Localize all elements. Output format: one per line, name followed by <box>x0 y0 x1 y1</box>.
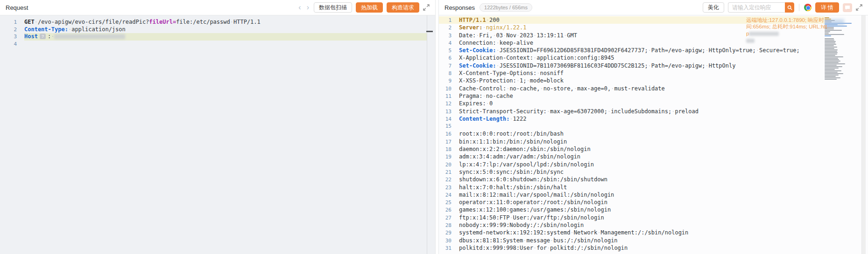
code-line: 21sync:x:5:0:sync:/sbin:/bin/sync <box>439 168 825 176</box>
minimap-line <box>825 47 837 48</box>
history-next-icon[interactable]: › <box>306 4 310 11</box>
line-content: lp:x:4:7:lp:/var/spool/lpd:/sbin/nologin <box>459 161 825 168</box>
token: :· <box>48 33 54 40</box>
line-number: 31 <box>439 245 452 252</box>
request-overview-ruler <box>427 15 435 254</box>
line-number: 23 <box>439 184 452 192</box>
beautify-button[interactable]: 美化 <box>703 2 724 13</box>
line-content: Content-Type:·application/json <box>24 26 427 34</box>
response-editor[interactable]: 远端地址:127.0.0.1:7890; 响应时间:656ms; 总耗时:914… <box>439 15 868 254</box>
code-line: 6X-Application-Context:·application:conf… <box>439 54 825 62</box>
expand-response-icon[interactable] <box>856 4 862 11</box>
code-line: 30dbus:x:81:81:System·message·bus:/:/sbi… <box>439 237 825 244</box>
line-number: 19 <box>439 153 452 161</box>
minimap-line <box>825 73 843 74</box>
token: ·200 <box>486 17 500 23</box>
code-line: 2Content-Type:·application/json <box>0 26 427 34</box>
line-content: games:x:12:100:games:/usr/games:/sbin/no… <box>459 206 825 213</box>
history-prev-icon[interactable]: ‹ <box>297 4 302 11</box>
code-line: 14Content-Length:·1222 <box>439 115 825 123</box>
token: dbus:x:81:81:System·message·bus:/:/sbin/… <box>459 237 618 244</box>
line-number: 18 <box>439 146 452 153</box>
detail-button[interactable]: 详情 <box>815 2 839 13</box>
line-number: 2 <box>439 24 452 32</box>
response-meta-annotation: 远端地址:127.0.0.1:7890; 响应时间:656ms; 总耗时:914… <box>746 17 828 43</box>
code-line: 17bin:x:1:1:bin:/bin:/sbin/nologin <box>439 138 825 145</box>
token: operator:x:11:0:operator:/root:/sbin/nol… <box>459 199 607 206</box>
line-number: 9 <box>439 77 452 85</box>
code-line: 18daemon:x:2:2:daemon:/sbin:/sbin/nologi… <box>439 145 825 153</box>
minimap-line <box>825 61 840 62</box>
line-content: nobody:x:99:99:Nobody:/:/sbin/nologin <box>459 221 825 229</box>
chat-feedback-icon[interactable] <box>843 3 852 12</box>
packet-scan-button[interactable]: 数据包扫描 <box>314 2 352 13</box>
search-input[interactable] <box>728 2 785 13</box>
request-header: Request ‹ › 数据包扫描 热加载 构造请求 <box>0 0 435 15</box>
scrollbar[interactable] <box>861 15 866 254</box>
line-content: root:x:0:0:root:/root:/bin/bash <box>459 130 825 137</box>
line-content: operator:x:11:0:operator:/root:/sbin/nol… <box>459 199 825 206</box>
code-line: 5Set-Cookie:·JSESSIONID=FF69612D6D85F838… <box>439 47 825 54</box>
token: ·application/json <box>68 26 126 33</box>
redacted-url <box>749 32 779 36</box>
token: Cache-Control:·no-cache,·no-store,·max-a… <box>459 85 665 92</box>
code-line: 23halt:x:7:0:halt:/sbin:/sbin/halt <box>439 184 825 191</box>
line-content: adm:x:3:4:adm:/var/adm:/sbin/nologin <box>459 153 825 160</box>
code-line: 12Expires:·0 <box>439 100 825 107</box>
response-search <box>728 2 794 13</box>
minimap-line <box>825 59 839 60</box>
line-number: 17 <box>439 138 452 146</box>
token: nobody:x:99:99:Nobody:/:/sbin/nologin <box>459 222 584 228</box>
line-number: 14 <box>439 116 452 123</box>
request-editor[interactable]: 1GET·/evo-apigw/evo-cirs/file/readPic?fi… <box>0 15 435 254</box>
redacted-text <box>746 39 755 43</box>
token: HTTP/1.1 <box>459 17 486 23</box>
token: mail:x:8:12:mail:/var/spool/mail:/sbin/n… <box>459 192 614 198</box>
token: lp:x:4:7:lp:/var/spool/lpd:/sbin/nologin <box>459 161 594 168</box>
minimap-line <box>825 48 834 49</box>
minimap[interactable] <box>825 17 860 80</box>
token: nginx/1.22.1 <box>486 24 527 31</box>
line-number: 29 <box>439 229 452 237</box>
minimap-line <box>825 70 841 71</box>
line-number: 24 <box>439 192 452 199</box>
redacted-value <box>54 34 125 39</box>
token: root:x:0:0:root:/root:/bin/bash <box>459 130 564 137</box>
host-hint-badge[interactable]: ? <box>40 34 46 39</box>
expand-request-icon[interactable] <box>423 4 430 11</box>
code-line: 3Host?:· <box>0 33 427 41</box>
line-content: sync:x:5:0:sync:/sbin:/bin/sync <box>459 168 825 176</box>
cursor-line-marker <box>426 31 433 32</box>
code-line: 15 <box>439 123 825 130</box>
token: ftp:x:14:50:FTP·User:/var/ftp:/sbin/nolo… <box>459 214 604 221</box>
code-line: 22shutdown:x:6:0:shutdown:/sbin:/sbin/sh… <box>439 176 825 183</box>
code-line: 7Set-Cookie:·JSESSIONID=7B11073069BF8116… <box>439 62 825 69</box>
code-line: 16root:x:0:0:root:/root:/bin/bash <box>439 130 825 137</box>
hot-reload-button[interactable]: 热加载 <box>356 2 383 13</box>
code-line: 24mail:x:8:12:mail:/var/spool/mail:/sbin… <box>439 191 825 199</box>
line-content: X-Application-Context:·application:confi… <box>459 54 825 62</box>
minimap-line <box>825 55 835 56</box>
minimap-line <box>825 79 837 80</box>
line-content: Strict-Transport-Security:·max-age=63072… <box>459 108 825 115</box>
minimap-line <box>825 66 842 67</box>
code-line: 26games:x:12:100:games:/usr/games:/sbin/… <box>439 206 825 213</box>
build-request-button[interactable]: 构造请求 <box>387 2 419 13</box>
search-button[interactable] <box>785 2 794 13</box>
minimap-line <box>825 62 839 63</box>
token: fileUrl= <box>149 19 176 25</box>
response-panel: Responses 1222bytes / 656ms 美化 详情 <box>438 0 868 254</box>
line-content: dbus:x:81:81:System·message·bus:/:/sbin/… <box>459 237 825 244</box>
code-line: 8X-Content-Type-Options:·nosniff <box>439 69 825 77</box>
code-line: 13Strict-Transport-Security:·max-age=630… <box>439 108 825 115</box>
token: Set-Cookie: <box>459 47 496 54</box>
minimap-redaction-blur <box>826 19 844 26</box>
http-fuzzer-view: Request ‹ › 数据包扫描 热加载 构造请求 1GET·/evo-api… <box>0 0 868 254</box>
code-line: 10Cache-Control:·no-cache,·no-store,·max… <box>439 85 825 92</box>
open-in-browser-icon[interactable] <box>804 4 812 11</box>
line-number: 12 <box>439 100 452 108</box>
line-number: 6 <box>439 55 452 62</box>
minimap-line <box>825 65 837 66</box>
line-number: 3 <box>0 33 17 41</box>
minimap-line <box>825 52 838 53</box>
